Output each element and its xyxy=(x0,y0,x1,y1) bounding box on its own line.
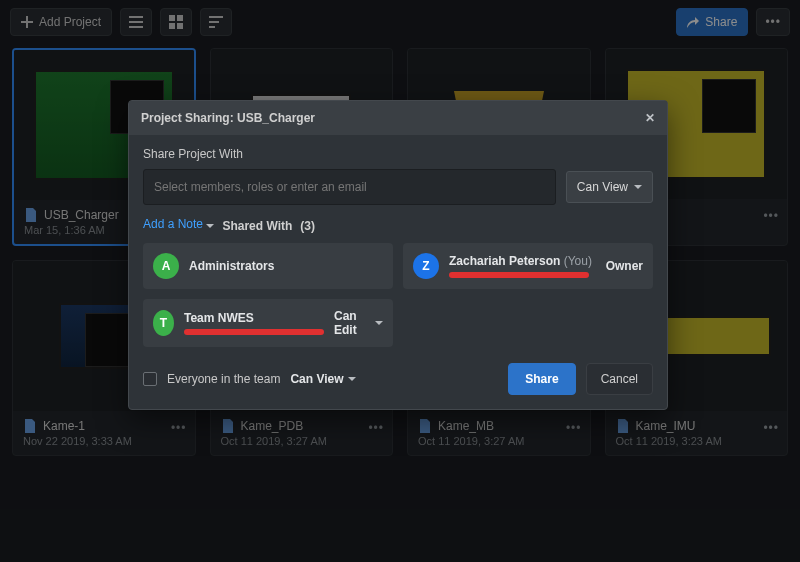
default-permission-label: Can View xyxy=(577,180,628,194)
close-icon[interactable]: ✕ xyxy=(645,111,655,125)
chevron-down-icon xyxy=(348,377,356,381)
default-permission-select[interactable]: Can View xyxy=(566,171,653,203)
redacted-text xyxy=(449,272,589,278)
share-item[interactable]: T Team NWES Can Edit xyxy=(143,299,393,347)
avatar: T xyxy=(153,310,174,336)
share-name: Team NWES xyxy=(184,311,324,325)
share-modal: Project Sharing: USB_Charger ✕ Share Pro… xyxy=(128,100,668,410)
shared-with-toggle[interactable]: Shared With (3) xyxy=(206,219,315,233)
cancel-button[interactable]: Cancel xyxy=(586,363,653,395)
add-note-link[interactable]: Add a Note xyxy=(143,217,203,231)
shared-with-label: Shared With xyxy=(222,219,292,233)
chevron-down-icon xyxy=(375,321,383,325)
share-item[interactable]: A Administrators xyxy=(143,243,393,289)
everyone-checkbox[interactable] xyxy=(143,372,157,386)
share-permission: Owner xyxy=(606,259,643,273)
you-tag: (You) xyxy=(564,254,592,268)
shared-with-count: (3) xyxy=(300,219,315,233)
modal-header: Project Sharing: USB_Charger ✕ xyxy=(129,101,667,135)
share-permission-select[interactable]: Can Edit xyxy=(334,309,383,337)
modal-footer: Everyone in the team Can View Share Canc… xyxy=(143,363,653,395)
chevron-down-icon xyxy=(206,224,214,228)
everyone-permission-select[interactable]: Can View xyxy=(290,372,355,386)
shares-list: A Administrators Z Zachariah Peterson (Y… xyxy=(143,243,653,347)
share-button[interactable]: Share xyxy=(508,363,575,395)
share-item[interactable]: Z Zachariah Peterson (You) Owner xyxy=(403,243,653,289)
redacted-text xyxy=(184,329,324,335)
share-name: Zachariah Peterson (You) xyxy=(449,254,592,268)
avatar: A xyxy=(153,253,179,279)
modal-title: Project Sharing: USB_Charger xyxy=(141,111,315,125)
avatar: Z xyxy=(413,253,439,279)
everyone-label: Everyone in the team xyxy=(167,372,280,386)
chevron-down-icon xyxy=(634,185,642,189)
share-input[interactable] xyxy=(143,169,556,205)
share-name: Administrators xyxy=(189,259,274,273)
share-with-label: Share Project With xyxy=(143,147,653,161)
